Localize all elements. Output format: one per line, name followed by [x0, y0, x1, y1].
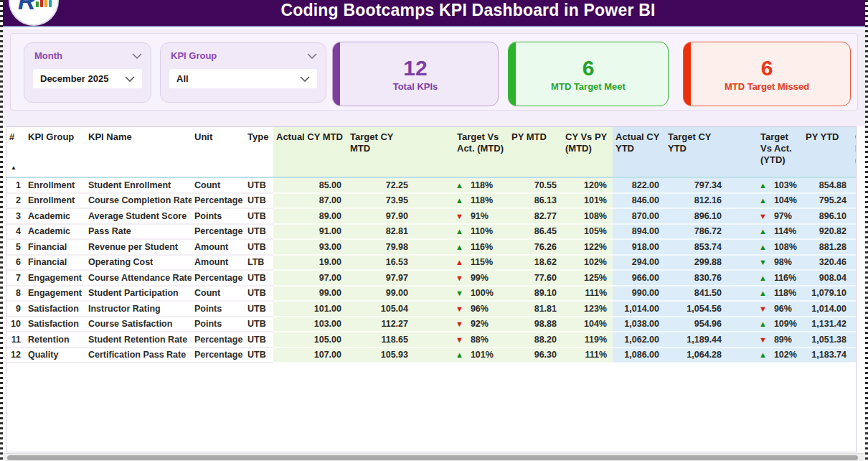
table-cell: 105.00 [273, 332, 347, 348]
percent-value: 96% [774, 304, 792, 314]
up-arrow-icon: ▲ [456, 181, 463, 190]
table-cell: UTB [245, 224, 273, 240]
table-cell: 79.98 [347, 239, 414, 255]
table-cell: 320.46 [803, 255, 852, 271]
right-edge-decoration [865, 0, 868, 461]
chevron-down-icon[interactable] [300, 76, 310, 82]
table-cell: Financial [25, 239, 85, 255]
down-arrow-icon: ▼ [759, 304, 767, 313]
up-arrow-icon: ▲ [759, 196, 767, 205]
chevron-down-icon[interactable] [132, 53, 142, 59]
table-cell: ▲109% [727, 317, 803, 332]
table-cell: Amount [192, 255, 245, 271]
down-arrow-icon: ▼ [456, 212, 463, 220]
table-cell: 797.34 [665, 177, 727, 193]
table-cell: ▲118% [414, 177, 509, 193]
logo: R [9, 0, 59, 26]
column-header-cy-vs-py-ytd[interactable]: CY Vs PY (YTD) [852, 127, 857, 177]
column-header-target-cy-mtd[interactable]: Target CY MTD [347, 127, 414, 177]
table-cell: Enrollment [25, 193, 85, 209]
table-row: 11 Retention Student Retention Rate Perc… [6, 332, 857, 348]
table-cell: 19.00 [273, 255, 347, 271]
column-header-target-vs-act-ytd[interactable]: Target Vs Act. (YTD) [727, 127, 803, 177]
column-header-kpi-group[interactable]: KPI Group [25, 127, 85, 177]
table-cell: 854.88 [803, 177, 852, 193]
chevron-down-icon[interactable] [125, 76, 135, 82]
table-cell: 97.00 [273, 270, 347, 286]
column-header-target-cy-ytd[interactable]: Target CY YTD [665, 127, 727, 177]
table-cell: 97.97 [347, 270, 414, 286]
column-header-kpi-name[interactable]: KPI Name [85, 127, 192, 177]
down-arrow-icon: ▼ [456, 289, 463, 297]
sort-ascending-icon[interactable]: ▲ [11, 162, 16, 174]
table-cell: 104% [562, 317, 613, 332]
month-slicer-label: Month [34, 50, 62, 61]
column-header-py-mtd[interactable]: PY MTD [509, 127, 562, 177]
table-cell [852, 177, 857, 193]
table-row: 1 Enrollment Student Enrollment Count UT… [6, 177, 857, 193]
percent-value: 91% [471, 211, 489, 221]
percent-value: 115% [471, 257, 493, 267]
column-header-index[interactable]: # ▲ [6, 127, 25, 177]
chevron-down-icon[interactable] [307, 53, 317, 59]
column-header-cy-vs-py-mtd[interactable]: CY Vs PY (MTD) [562, 127, 613, 177]
table-cell [852, 301, 857, 317]
column-header-actual-cy-mtd[interactable]: Actual CY MTD [273, 127, 347, 177]
table-cell: UTB [245, 193, 273, 209]
column-header-unit[interactable]: Unit [192, 127, 245, 177]
table-cell: Engagement [25, 270, 85, 286]
table-cell: UTB [245, 208, 273, 224]
percent-value: 88% [471, 335, 489, 345]
table-cell: 72.25 [347, 177, 414, 193]
up-arrow-icon: ▲ [456, 350, 463, 359]
horizontal-scrollbar-thumb[interactable] [7, 455, 858, 460]
table-cell: Financial [25, 255, 85, 271]
table-row: 12 Quality Certification Pass Rate Perce… [6, 348, 857, 363]
table-cell: 99.00 [347, 286, 414, 302]
table-cell: ▼96% [727, 301, 803, 317]
up-arrow-icon: ▲ [759, 320, 767, 328]
table-cell: 89.00 [273, 208, 347, 224]
table-cell: 881.28 [803, 239, 852, 255]
table-cell: Student Enrollment [85, 177, 192, 193]
total-kpis-value: 12 [403, 57, 427, 80]
table-cell: ▲115% [414, 255, 509, 271]
table-cell: 830.76 [665, 270, 727, 286]
table-cell: 853.74 [665, 239, 727, 255]
table-cell: Amount [192, 239, 245, 255]
kpi-group-dropdown[interactable]: All [169, 69, 317, 88]
table-cell: 294.00 [613, 255, 665, 271]
table-cell: 76.26 [509, 239, 562, 255]
table-cell: ▼100% [414, 286, 509, 302]
table-row: 9 Satisfaction Instructor Rating Points … [6, 301, 857, 317]
table-cell: 1,014.00 [613, 301, 665, 317]
table-cell: 89.10 [509, 286, 562, 302]
table-cell: UTB [245, 270, 273, 286]
table-cell: ▲118% [414, 193, 509, 209]
down-arrow-icon: ▼ [759, 212, 767, 220]
down-arrow-icon: ▼ [456, 335, 463, 344]
table-cell: ▲116% [727, 270, 803, 286]
table-cell: ▼92% [414, 317, 509, 332]
table-cell: 894.00 [613, 224, 665, 240]
column-header-target-vs-act-mtd[interactable]: Target Vs Act. (MTD) [414, 127, 509, 177]
month-slicer: Month December 2025 [24, 42, 151, 103]
table-cell: UTB [245, 286, 273, 302]
table-cell: 99.00 [273, 286, 347, 302]
table-cell: 896.10 [803, 208, 852, 224]
percent-value: 109% [774, 319, 797, 329]
column-header-type[interactable]: Type [245, 127, 273, 177]
table-cell [852, 208, 857, 224]
column-header-py-ytd[interactable]: PY YTD [803, 127, 852, 177]
table-cell: Revenue per Student [85, 239, 192, 255]
month-dropdown[interactable]: December 2025 [33, 69, 142, 88]
total-kpis-label: Total KPIs [393, 81, 438, 92]
column-header-actual-cy-ytd[interactable]: Actual CY YTD [613, 127, 665, 177]
table-cell [852, 224, 857, 240]
table-cell: 1,079.10 [803, 286, 852, 302]
table-cell: Engagement [25, 286, 85, 302]
percent-value: 99% [471, 273, 489, 283]
table-cell: Instructor Rating [85, 301, 192, 317]
page-title: Coding Bootcamps KPI Dashboard in Power … [0, 0, 868, 20]
table-cell: 105% [562, 224, 613, 240]
